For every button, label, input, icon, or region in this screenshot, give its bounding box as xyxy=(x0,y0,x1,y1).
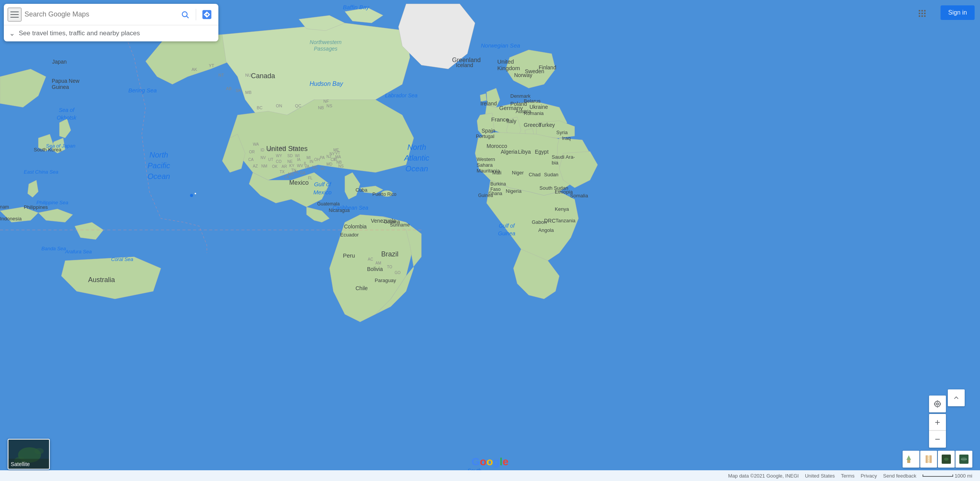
svg-text:GO: GO xyxy=(395,271,401,275)
bottom-bar: Map data ©2021 Google, INEGI United Stat… xyxy=(0,470,980,481)
scale-bar: 1000 mi xyxy=(923,473,972,479)
svg-text:WV: WV xyxy=(297,164,303,168)
svg-point-87 xyxy=(936,403,939,405)
copyright-text: Map data ©2021 Google, INEGI xyxy=(728,473,798,479)
logo-o2: o xyxy=(487,456,493,468)
svg-text:AB: AB xyxy=(226,86,232,91)
svg-text:MB: MB xyxy=(245,90,252,95)
svg-text:IA: IA xyxy=(297,158,301,162)
svg-rect-89 xyxy=(907,460,910,463)
svg-text:NS: NS xyxy=(338,164,344,168)
travel-times-bar[interactable]: ⌄ See travel times, traffic and nearby p… xyxy=(4,25,218,41)
satellite-label: Satellite xyxy=(11,461,30,467)
svg-text:AZ: AZ xyxy=(253,164,258,168)
svg-text:VT: VT xyxy=(335,151,340,155)
terms-link[interactable]: Terms xyxy=(841,473,854,479)
scale-label: 1000 mi xyxy=(955,473,972,479)
send-feedback-link[interactable]: Send feedback xyxy=(883,473,916,479)
svg-text:Passages: Passages xyxy=(314,46,337,52)
zoom-in-button[interactable]: + xyxy=(929,414,946,431)
search-button[interactable] xyxy=(177,7,193,22)
google-logo: Google xyxy=(472,456,508,468)
svg-text:KY: KY xyxy=(289,164,295,168)
svg-rect-81 xyxy=(924,15,926,17)
svg-text:QC: QC xyxy=(295,103,302,108)
logo-l: l xyxy=(500,456,503,468)
svg-text:ID: ID xyxy=(261,148,264,152)
satellite-layer-btn[interactable] xyxy=(938,451,955,468)
svg-text:PA: PA xyxy=(320,156,325,160)
layer-icons xyxy=(903,451,972,468)
roads-icon xyxy=(924,455,933,464)
logo-g2: g xyxy=(493,456,500,468)
svg-text:NB: NB xyxy=(318,105,324,110)
terrain-icon xyxy=(906,455,916,464)
travel-times-text: See travel times, traffic and nearby pla… xyxy=(19,30,140,37)
svg-text:OH: OH xyxy=(314,158,320,162)
directions-icon xyxy=(201,9,213,20)
map-svg: Northwestern Passages WA OR CA ID MT ND … xyxy=(0,0,980,481)
search-bar xyxy=(4,4,218,25)
search-input[interactable] xyxy=(25,10,177,18)
zoom-out-button[interactable]: − xyxy=(929,431,946,448)
hybrid-icon xyxy=(959,455,969,464)
satellite-thumbnail[interactable]: Satellite xyxy=(8,439,50,470)
svg-text:IN: IN xyxy=(310,159,313,164)
svg-rect-75 xyxy=(924,10,926,11)
svg-point-85 xyxy=(34,448,44,454)
search-icon xyxy=(181,10,189,19)
svg-text:NU: NU xyxy=(245,73,251,77)
zoom-controls: + − xyxy=(929,414,946,448)
divider xyxy=(196,9,196,20)
svg-text:NS: NS xyxy=(326,103,332,108)
layer-toggle[interactable]: Satellite xyxy=(8,439,50,470)
svg-rect-0 xyxy=(0,0,980,481)
svg-text:CO: CO xyxy=(276,159,282,164)
menu-line-2 xyxy=(10,14,19,15)
chevron-down-icon: ⌄ xyxy=(9,29,15,38)
svg-point-69 xyxy=(195,193,196,194)
svg-rect-78 xyxy=(924,13,926,14)
svg-point-68 xyxy=(190,194,193,197)
location-button[interactable] xyxy=(929,396,946,412)
svg-text:ON: ON xyxy=(276,103,282,108)
svg-text:MN: MN xyxy=(291,146,297,150)
svg-text:MD: MD xyxy=(326,162,333,166)
svg-point-1 xyxy=(381,190,393,197)
sign-in-button[interactable]: Sign in xyxy=(941,5,975,20)
svg-text:LA: LA xyxy=(284,175,289,179)
svg-rect-73 xyxy=(919,10,920,11)
svg-text:UT: UT xyxy=(268,158,273,162)
roads-layer-btn[interactable] xyxy=(920,451,937,468)
svg-text:MT: MT xyxy=(268,148,274,152)
directions-button[interactable] xyxy=(199,7,215,22)
svg-text:NV: NV xyxy=(261,156,266,160)
hybrid-layer-btn[interactable] xyxy=(955,451,972,468)
logo-g: G xyxy=(472,456,480,468)
svg-marker-90 xyxy=(906,455,911,460)
search-panel: ⌄ See travel times, traffic and nearby p… xyxy=(4,4,218,41)
svg-rect-74 xyxy=(921,10,923,11)
svg-point-70 xyxy=(182,11,187,16)
svg-text:AR: AR xyxy=(282,164,287,169)
svg-line-71 xyxy=(187,16,188,18)
expand-layers-button[interactable] xyxy=(948,389,965,406)
svg-text:CA: CA xyxy=(248,158,254,162)
svg-text:NY: NY xyxy=(329,152,335,156)
apps-button[interactable] xyxy=(914,5,930,21)
bottom-controls: + − xyxy=(903,396,972,468)
menu-button[interactable] xyxy=(8,8,21,21)
svg-text:TO: TO xyxy=(387,265,392,269)
svg-rect-76 xyxy=(919,13,920,14)
svg-text:BC: BC xyxy=(257,105,262,110)
united-states-link[interactable]: United States xyxy=(805,473,835,479)
privacy-link[interactable]: Privacy xyxy=(860,473,877,479)
svg-text:OK: OK xyxy=(272,164,278,169)
menu-line-3 xyxy=(10,17,19,18)
logo-o1: o xyxy=(480,456,487,468)
terrain-layer-btn[interactable] xyxy=(903,451,919,468)
svg-text:AM: AM xyxy=(375,261,381,265)
svg-text:SC: SC xyxy=(320,166,326,171)
svg-text:Northwestern: Northwestern xyxy=(310,39,341,45)
map-container[interactable]: Northwestern Passages WA OR CA ID MT ND … xyxy=(0,0,980,481)
